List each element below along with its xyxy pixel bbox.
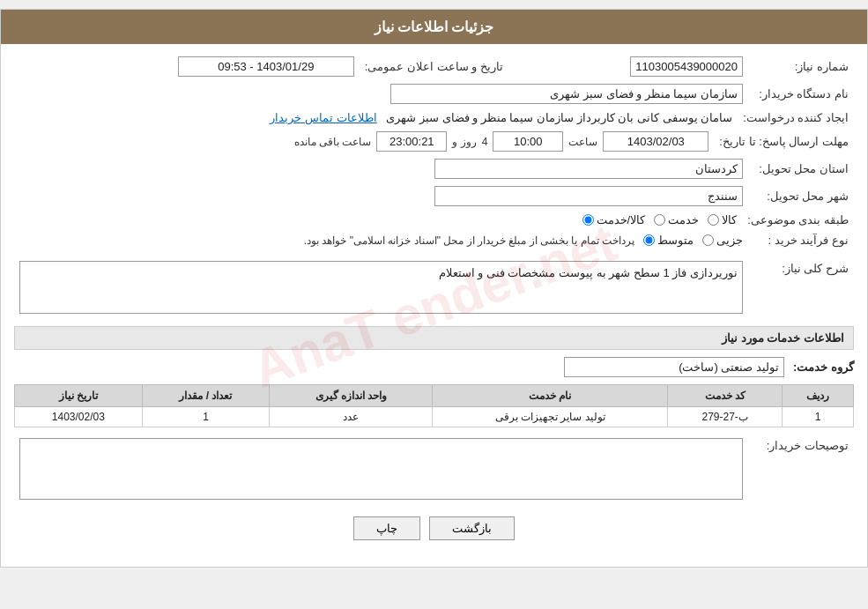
process-note: پرداخت تمام یا بخشی از مبلغ خریدار از مح… [304,234,634,247]
announce-datetime-box: 1403/01/29 - 09:53 [178,56,354,77]
category-kala-khedmat-item: کالا/خدمت [582,213,646,227]
buyer-comments-grid: توصیحات خریدار: [14,434,854,503]
buyer-comments-value [14,434,748,503]
process-jozii-item: جزیی [702,234,743,247]
need-desc-grid: شرح کلی نیاز: نوریردازی فاز 1 سطح شهر به… [14,257,854,317]
category-kala-item: کالا [708,213,737,227]
province-value: کردستان [14,155,748,182]
col-service-code: کد خدمت [668,385,783,407]
info-grid-row1: شماره نیاز: 1103005439000020 تاریخ و ساع… [14,53,854,80]
category-khedmat-radio[interactable] [654,214,665,226]
need-desc-value: نوریردازی فاز 1 سطح شهر به پیوست مشخصات … [14,257,748,317]
buyer-comments-label: توصیحات خریدار: [748,434,854,503]
page-title: جزئیات اطلاعات نیاز [375,19,494,34]
announce-datetime-value: 1403/01/29 - 09:53 [14,53,360,80]
cell-service-name: تولید سایر تجهیزات برقی [433,407,668,427]
need-desc-box: نوریردازی فاز 1 سطح شهر به پیوست مشخصات … [19,261,743,314]
process-motevaset-radio[interactable] [643,234,655,246]
city-label: شهر محل تحویل: [748,182,854,210]
category-khedmat-label: خدمت [668,213,699,227]
city-value: سنندج [14,182,748,210]
service-group-row: گروه خدمت: تولید صنعتی (ساخت) [14,357,854,377]
info-grid-process: نوع فرآیند خرید : جزیی متوسط پرداخت تمام… [14,230,854,250]
need-desc-label: شرح کلی نیاز: [748,257,854,317]
creator-label: ایجاد کننده درخواست: [738,108,854,128]
category-label: طبقه بندی موضوعی: [742,210,854,230]
services-section-title: اطلاعات خدمات مورد نیاز [14,326,854,350]
process-motevaset-item: متوسط [643,234,694,247]
info-grid-province: استان محل تحویل: کردستان [14,155,854,182]
content-area: AnaT ender.net شماره نیاز: 1103005439000… [1,44,867,567]
creator-value: سامان یوسفی کانی بان کاربرداز سازمان سیم… [14,108,738,128]
info-grid-city: شهر محل تحویل: سنندج [14,182,854,210]
need-number-value: 1103005439000020 [521,53,748,80]
deadline-label: مهلت ارسال پاسخ: تا تاریخ: [714,128,854,155]
col-date: تاریخ نیاز [15,385,143,407]
button-row: بازگشت چاپ [14,503,854,558]
buyer-desc-box [19,438,743,500]
deadline-values: 1403/02/03 ساعت 10:00 4 روز و 23:00:21 س… [14,128,714,155]
print-button[interactable]: چاپ [353,516,420,540]
timer-row: 1403/02/03 ساعت 10:00 4 روز و 23:00:21 س… [19,131,708,152]
info-grid-row2: نام دستگاه خریدار: سازمان سیما منظر و فض… [14,80,854,108]
cell-row-num: 1 [783,407,854,427]
deadline-timer-box: 23:00:21 [376,131,447,152]
category-khedmat-item: خدمت [654,213,699,227]
cell-service-code: ب-27-279 [668,407,783,427]
deadline-time-box: 10:00 [493,131,563,152]
need-number-label: شماره نیاز: [748,53,854,80]
category-kala-khedmat-label: کالا/خدمت [597,213,646,227]
need-description-section: شرح کلی نیاز: نوریردازی فاز 1 سطح شهر به… [14,257,854,317]
creator-contact-link[interactable]: اطلاعات تماس خریدار [270,111,376,124]
col-service-name: نام خدمت [433,385,668,407]
service-group-box: تولید صنعتی (ساخت) [564,357,784,377]
deadline-date-box: 1403/02/03 [603,131,708,152]
process-jozii-radio[interactable] [702,234,714,246]
process-jozii-label: جزیی [716,234,743,247]
cell-quantity: 1 [142,407,270,427]
col-quantity: تعداد / مقدار [142,385,270,407]
cell-unit: عدد [270,407,433,427]
col-row-num: ردیف [783,385,854,407]
category-value: کالا خدمت کالا/خدمت [14,210,742,230]
service-group-label: گروه خدمت: [793,360,854,374]
process-motevaset-label: متوسط [657,234,694,247]
category-kala-khedmat-radio[interactable] [582,214,594,226]
category-kala-label: کالا [722,213,737,227]
back-button[interactable]: بازگشت [429,516,515,540]
services-table: ردیف کد خدمت نام خدمت واحد اندازه گیری ت… [14,384,854,427]
province-label: استان محل تحویل: [748,155,854,182]
buyer-org-label: نام دستگاه خریدار: [748,80,854,108]
col-unit: واحد اندازه گیری [270,385,433,407]
province-box: کردستان [434,159,743,179]
category-kala-radio[interactable] [708,214,719,226]
deadline-time-label: ساعت [568,136,597,148]
category-radio-group: کالا خدمت کالا/خدمت [582,213,738,227]
cell-date: 1403/02/03 [15,407,143,427]
process-row: جزیی متوسط پرداخت تمام یا بخشی از مبلغ خ… [19,234,743,247]
need-number-box: 1103005439000020 [630,56,743,77]
deadline-remaining-label: ساعت باقی مانده [294,136,372,148]
process-label: نوع فرآیند خرید : [748,230,854,250]
buyer-org-box: سازمان سیما منظر و فضای سبز شهری [390,84,743,104]
buyer-org-value: سازمان سیما منظر و فضای سبز شهری [14,80,748,108]
deadline-days-value: 4 [482,136,488,148]
city-box: سنندج [434,186,743,206]
process-value: جزیی متوسط پرداخت تمام یا بخشی از مبلغ خ… [14,230,748,250]
deadline-days-label: روز و [452,136,476,148]
info-grid-deadline: مهلت ارسال پاسخ: تا تاریخ: 1403/02/03 سا… [14,128,854,155]
info-grid-row3: ایجاد کننده درخواست: سامان یوسفی کانی با… [14,108,854,128]
page-header: جزئیات اطلاعات نیاز [1,10,867,44]
page-wrapper: جزئیات اطلاعات نیاز AnaT ender.net شماره… [0,9,868,568]
announce-datetime-label: تاریخ و ساعت اعلان عمومی: [360,53,521,80]
info-grid-category: طبقه بندی موضوعی: کالا خدمت کالا/خدمت [14,210,854,230]
table-row: 1 ب-27-279 تولید سایر تجهیزات برقی عدد 1… [15,407,854,427]
